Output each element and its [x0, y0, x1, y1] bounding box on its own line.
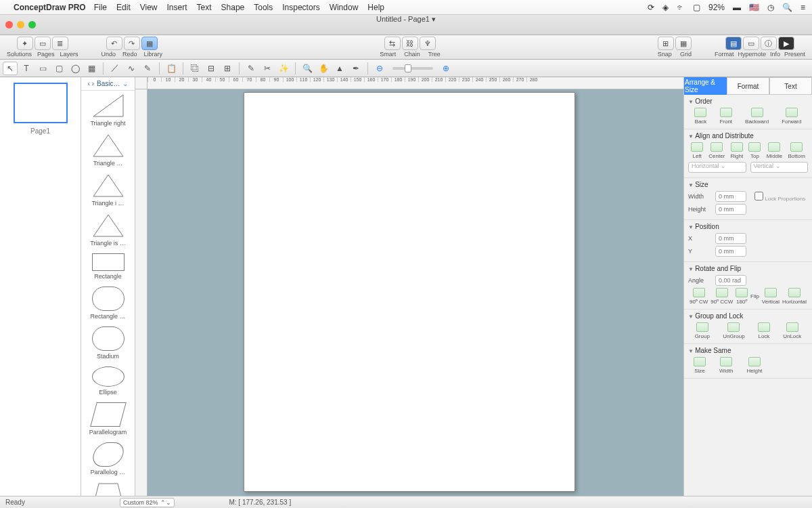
distribute-horizontal-select[interactable]: Horizontal ⌄ — [688, 162, 746, 173]
wifi-icon[interactable]: ᯤ — [677, 3, 685, 12]
order-front-button[interactable] — [720, 108, 732, 117]
flag-icon[interactable]: 🇺🇸 — [749, 3, 759, 12]
rotate-180-button[interactable] — [736, 288, 748, 297]
lock-proportions-checkbox[interactable] — [754, 192, 763, 200]
snap-button[interactable]: ⊞ — [658, 37, 674, 50]
battery-icon[interactable]: ▬ — [733, 3, 741, 12]
distribute-tool[interactable]: ⊞ — [220, 62, 235, 75]
menu-help[interactable]: Help — [367, 3, 384, 12]
undo-button[interactable]: ↶ — [106, 37, 122, 50]
same-width-button[interactable] — [720, 357, 732, 366]
align-top-button[interactable] — [748, 142, 761, 152]
tab-arrange-size[interactable]: Arrange & Size — [684, 77, 727, 95]
ellipse-tool[interactable]: ◯ — [68, 62, 83, 75]
grid-tool[interactable]: ▦ — [84, 62, 99, 75]
y-input[interactable] — [715, 246, 746, 257]
menu-icon[interactable]: ≡ — [800, 3, 805, 12]
canvas-page[interactable] — [244, 92, 575, 492]
menu-inspectors[interactable]: Inspectors — [282, 3, 319, 12]
order-forward-button[interactable] — [786, 108, 798, 117]
menu-view[interactable]: View — [140, 3, 158, 12]
menu-text[interactable]: Text — [197, 3, 212, 12]
width-input[interactable] — [715, 191, 746, 202]
hand-tool[interactable]: ✋ — [316, 62, 331, 75]
align-middle-button[interactable] — [768, 142, 780, 152]
library-shape-item[interactable]: Parallelogram — [81, 402, 135, 436]
sync-icon[interactable]: ⟳ — [648, 3, 654, 12]
library-shape-item[interactable]: Stadium — [81, 326, 135, 360]
erase-tool[interactable]: ✂ — [260, 62, 275, 75]
clipboard-tool[interactable]: 📋 — [164, 62, 179, 75]
align-center-button[interactable] — [710, 142, 723, 152]
menu-window[interactable]: Window — [330, 3, 359, 12]
diamond-icon[interactable]: ◈ — [662, 3, 669, 12]
tree-connector-button[interactable]: ♆ — [420, 37, 436, 50]
rotate-cw-button[interactable] — [693, 288, 705, 297]
zoom-tool[interactable]: 🔍 — [300, 62, 315, 75]
section-rotate[interactable]: Rotate and Flip — [688, 265, 808, 272]
present-button[interactable]: ▶ — [778, 37, 794, 50]
edit-tool[interactable]: ✎ — [244, 62, 258, 75]
menu-edit[interactable]: Edit — [116, 3, 131, 12]
zoom-out-button[interactable]: ⊖ — [372, 62, 387, 75]
library-shape-item[interactable]: Rectangle — [81, 253, 135, 280]
section-align[interactable]: Align and Distribute — [688, 132, 808, 140]
lock-button[interactable] — [758, 322, 770, 332]
canvas-area[interactable]: 0102030405060708090100110120130140150160… — [135, 77, 683, 496]
angle-input[interactable] — [715, 275, 746, 286]
close-window-button[interactable] — [5, 21, 13, 28]
pencil-tool[interactable]: ✎ — [140, 62, 155, 75]
group-button[interactable] — [696, 322, 708, 332]
menu-insert[interactable]: Insert — [167, 3, 187, 12]
battery-percent[interactable]: 92% — [708, 3, 725, 12]
crop-tool[interactable]: ▲ — [332, 62, 347, 75]
text-tool[interactable]: T — [19, 62, 34, 75]
section-order[interactable]: Order — [688, 98, 808, 105]
redo-button[interactable]: ↷ — [124, 37, 140, 50]
same-size-button[interactable] — [694, 357, 706, 366]
layers-button[interactable]: ≣ — [52, 37, 68, 50]
order-back-button[interactable] — [694, 108, 706, 117]
align-tool[interactable]: ⊟ — [204, 62, 219, 75]
info-button[interactable]: ⓘ — [761, 37, 777, 50]
group-tool[interactable]: ⿻ — [187, 62, 202, 75]
unlock-button[interactable] — [786, 322, 798, 332]
same-height-button[interactable] — [748, 357, 761, 366]
library-shape-item[interactable]: Ellipse — [81, 366, 135, 396]
rotate-ccw-button[interactable] — [716, 288, 728, 297]
menu-shape[interactable]: Shape — [221, 3, 245, 12]
menu-tools[interactable]: Tools — [254, 3, 273, 12]
page-thumbnail[interactable] — [14, 83, 68, 123]
spotlight-icon[interactable]: 🔍 — [782, 3, 792, 12]
grid-button[interactable]: ▦ — [675, 37, 692, 50]
section-same[interactable]: Make Same — [688, 347, 808, 354]
align-bottom-button[interactable] — [790, 142, 803, 152]
x-input[interactable] — [715, 233, 746, 244]
ungroup-button[interactable] — [727, 322, 740, 332]
zoom-slider[interactable] — [392, 67, 433, 70]
zoom-window-button[interactable] — [28, 21, 36, 28]
distribute-vertical-select[interactable]: Vertical ⌄ — [750, 162, 809, 173]
app-name[interactable]: ConceptDraw PRO — [14, 3, 86, 12]
align-left-button[interactable] — [691, 142, 703, 152]
minimize-window-button[interactable] — [17, 21, 24, 28]
solutions-button[interactable]: ✦ — [17, 37, 33, 50]
zoom-combo[interactable]: Custom 82%⌃⌄ — [120, 498, 175, 507]
zoom-in-button[interactable]: ⊕ — [438, 62, 453, 75]
hypernote-button[interactable]: ▭ — [743, 37, 759, 50]
rounded-tool[interactable]: ▢ — [51, 62, 66, 75]
eyedrop-tool[interactable]: ✒ — [348, 62, 363, 75]
align-right-button[interactable] — [731, 142, 743, 152]
library-header[interactable]: ‹ ›Basic…⌄ — [81, 77, 135, 91]
library-shape-item[interactable]: Trapezoid … — [81, 482, 135, 496]
flip-horizontal-button[interactable] — [788, 288, 800, 297]
order-backward-button[interactable] — [751, 108, 763, 117]
curve-tool[interactable]: ∿ — [124, 62, 139, 75]
library-shape-item[interactable]: Triangle is … — [81, 213, 135, 247]
pages-button[interactable]: ▭ — [35, 37, 51, 50]
pointer-tool[interactable]: ↖ — [3, 62, 18, 75]
chain-connector-button[interactable]: ⛓ — [402, 37, 418, 50]
section-group[interactable]: Group and Lock — [688, 312, 808, 320]
library-shape-item[interactable]: Parallelog … — [81, 442, 135, 475]
format-button[interactable]: ▤ — [725, 37, 742, 50]
